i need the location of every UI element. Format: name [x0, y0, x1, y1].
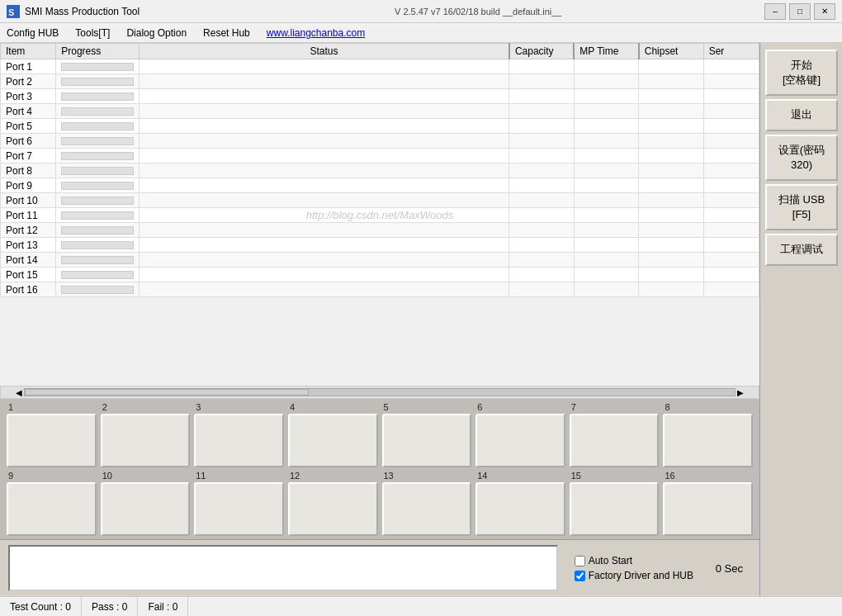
port-cell: 16	[663, 471, 753, 536]
close-button[interactable]: ✕	[814, 3, 835, 20]
port-capacity	[509, 89, 574, 104]
port-chipset	[639, 178, 703, 193]
port-serial	[703, 149, 759, 163]
col-mptime: MP Time	[574, 44, 638, 59]
port-progress	[56, 59, 140, 74]
main-area: Item Progress Status Capacity MP Time Ch…	[0, 43, 842, 596]
menu-tools[interactable]: Tools[T]	[72, 26, 113, 40]
log-box[interactable]	[8, 545, 558, 591]
port-cell: 8	[663, 402, 753, 467]
minimize-button[interactable]: –	[764, 3, 786, 20]
port-capacity	[509, 134, 574, 149]
scroll-right[interactable]: ▶	[736, 388, 745, 397]
right-buttons: 开始[空格键] 退出 设置(密码320) 扫描 USB[F5] 工程调试	[759, 43, 842, 596]
col-item: Item	[1, 44, 56, 59]
port-capacity	[509, 238, 574, 253]
port-mptime	[574, 208, 638, 223]
h-scrollbar[interactable]: ◀ ▶	[0, 386, 759, 399]
port-status	[140, 149, 509, 163]
port-serial	[703, 134, 759, 149]
port-serial	[703, 104, 759, 119]
factory-driver-label: Factory Driver and HUB	[589, 570, 693, 581]
port-status	[140, 208, 509, 223]
table-row: Port 1	[1, 59, 759, 74]
port-cell-box[interactable]	[475, 414, 565, 467]
auto-start-checkbox[interactable]	[575, 556, 585, 566]
port-cell-box[interactable]	[570, 482, 660, 536]
exit-button[interactable]: 退出	[765, 99, 838, 130]
port-cell-box[interactable]	[194, 414, 284, 467]
svg-text:S: S	[8, 7, 14, 17]
col-capacity: Capacity	[509, 44, 574, 59]
port-cell: 6	[475, 402, 565, 467]
port-cell-box[interactable]	[663, 414, 753, 467]
status-test-count: Test Count : 0	[0, 597, 82, 616]
scroll-left[interactable]: ◀	[14, 388, 24, 397]
port-mptime	[574, 253, 638, 268]
port-mptime	[574, 149, 638, 163]
port-cell-label: 14	[475, 471, 487, 481]
port-cell-box[interactable]	[570, 414, 660, 467]
port-label: Port 13	[1, 238, 56, 253]
start-button[interactable]: 开始[空格键]	[765, 50, 838, 96]
port-progress	[56, 74, 140, 89]
port-cell-box[interactable]	[288, 414, 378, 467]
menu-reset-hub[interactable]: Reset Hub	[200, 26, 253, 40]
port-serial	[703, 223, 759, 238]
port-capacity	[509, 193, 574, 208]
menu-config-hub[interactable]: Config HUB	[3, 26, 62, 40]
scan-usb-button[interactable]: 扫描 USB[F5]	[765, 184, 838, 230]
port-cell-box[interactable]	[7, 414, 97, 467]
table-row: Port 2	[1, 74, 759, 89]
bottom-area: Auto Start Factory Driver and HUB 0 Sec	[0, 539, 759, 596]
port-cell-box[interactable]	[663, 482, 753, 536]
port-cell-label: 8	[663, 402, 669, 412]
table-row: Port 16	[1, 282, 759, 297]
table-row: Port 12	[1, 223, 759, 238]
port-serial	[703, 119, 759, 134]
port-capacity	[509, 253, 574, 268]
port-cell: 2	[101, 402, 191, 467]
port-cell-box[interactable]	[101, 414, 191, 467]
maximize-button[interactable]: □	[789, 3, 811, 20]
port-cell-box[interactable]	[101, 482, 191, 536]
port-chipset	[639, 89, 703, 104]
port-serial	[703, 253, 759, 268]
port-cell-label: 11	[194, 471, 206, 481]
menu-website[interactable]: www.liangchanba.com	[263, 26, 368, 40]
table-row: Port 4	[1, 104, 759, 119]
scroll-track[interactable]	[24, 388, 736, 396]
port-chipset	[639, 193, 703, 208]
port-cell-label: 7	[570, 402, 576, 412]
port-chipset	[639, 104, 703, 119]
port-progress	[56, 193, 140, 208]
port-cell-label: 6	[475, 402, 482, 412]
engineering-button[interactable]: 工程调试	[765, 234, 838, 265]
port-label: Port 2	[1, 74, 56, 89]
port-cell-box[interactable]	[382, 482, 472, 536]
port-cell: 1	[7, 402, 97, 467]
settings-button[interactable]: 设置(密码320)	[765, 135, 838, 181]
port-grid-row1: 12345678	[0, 399, 759, 469]
port-cell-box[interactable]	[382, 414, 472, 467]
factory-driver-checkbox[interactable]	[575, 571, 585, 581]
menu-dialog-option[interactable]: Dialog Option	[123, 26, 190, 40]
port-cell: 11	[194, 471, 284, 536]
port-label: Port 11	[1, 208, 56, 223]
port-label: Port 10	[1, 193, 56, 208]
port-grid-row2: 910111213141516	[0, 469, 759, 539]
port-status	[140, 223, 509, 238]
table-row: Port 8	[1, 163, 759, 178]
scroll-thumb[interactable]	[25, 389, 309, 396]
app-title: SMI Mass Production Tool	[25, 6, 395, 17]
port-cell-box[interactable]	[7, 482, 97, 536]
port-cell: 7	[570, 402, 660, 467]
port-cell-box[interactable]	[194, 482, 284, 536]
port-cell-box[interactable]	[288, 482, 378, 536]
port-status	[140, 104, 509, 119]
auto-start-label: Auto Start	[589, 555, 632, 566]
port-cell-box[interactable]	[475, 482, 565, 536]
status-pass: Pass : 0	[82, 597, 138, 616]
start-label: 开始[空格键]	[783, 59, 821, 86]
table-row: Port 9	[1, 178, 759, 193]
